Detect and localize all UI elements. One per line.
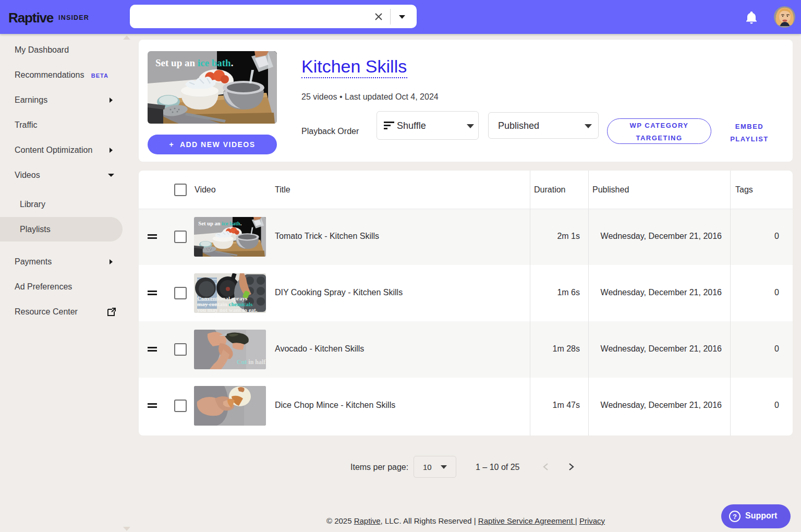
svg-text:Cut in half.: Cut in half.: [237, 358, 266, 366]
svg-text:Set up an ice bath.: Set up an ice bath.: [155, 57, 233, 68]
svg-text:Set up an ice bath.: Set up an ice bath.: [198, 221, 241, 226]
svg-text:you may not want to eat.: you may not want to eat.: [197, 307, 258, 313]
svg-text:?: ?: [733, 513, 737, 521]
